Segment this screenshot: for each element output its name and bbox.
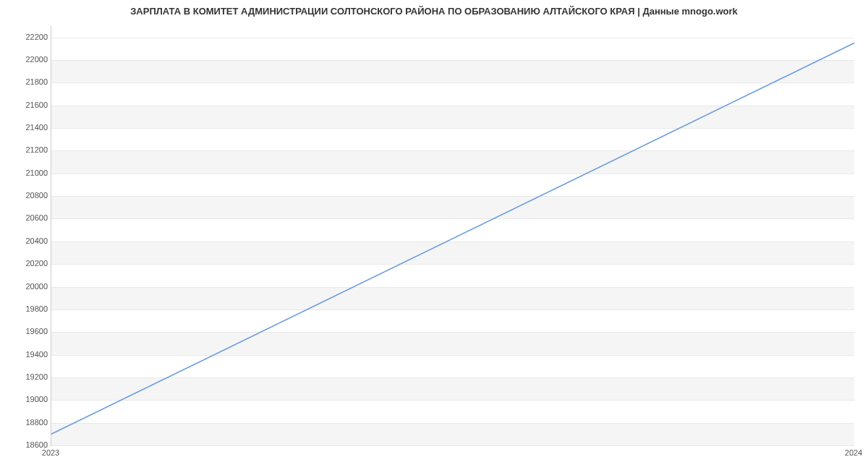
y-tick-label: 19400	[4, 350, 48, 359]
y-tick-label: 20600	[4, 213, 48, 222]
y-tick-label: 21800	[4, 77, 48, 86]
chart-title: ЗАРПЛАТА В КОМИТЕТ АДМИНИСТРАЦИИ СОЛТОНС…	[0, 6, 868, 17]
y-tick-label: 22200	[4, 33, 48, 41]
y-tick-label: 20800	[4, 191, 48, 200]
y-tick-label: 20400	[4, 236, 48, 245]
y-tick-label: 19000	[4, 395, 48, 403]
y-tick-label: 20200	[4, 259, 48, 268]
y-tick-label: 19600	[4, 327, 48, 336]
data-line	[51, 43, 854, 435]
y-tick-label: 21200	[4, 145, 48, 154]
salary-chart: ЗАРПЛАТА В КОМИТЕТ АДМИНИСТРАЦИИ СОЛТОНС…	[0, 0, 868, 470]
y-tick-label: 19800	[4, 304, 48, 313]
y-tick-label: 22000	[4, 55, 48, 64]
y-tick-label: 21000	[4, 168, 48, 177]
plot-area	[51, 25, 854, 446]
y-tick-label: 18800	[4, 418, 48, 427]
y-tick-label: 21400	[4, 123, 48, 132]
line-layer	[51, 26, 854, 445]
y-tick-label: 21600	[4, 101, 48, 109]
y-tick-label: 19200	[4, 372, 48, 381]
y-tick-label: 20000	[4, 282, 48, 291]
x-tick-label: 2024	[845, 448, 862, 457]
x-tick-label: 2023	[42, 448, 59, 457]
grid-line	[51, 445, 854, 446]
